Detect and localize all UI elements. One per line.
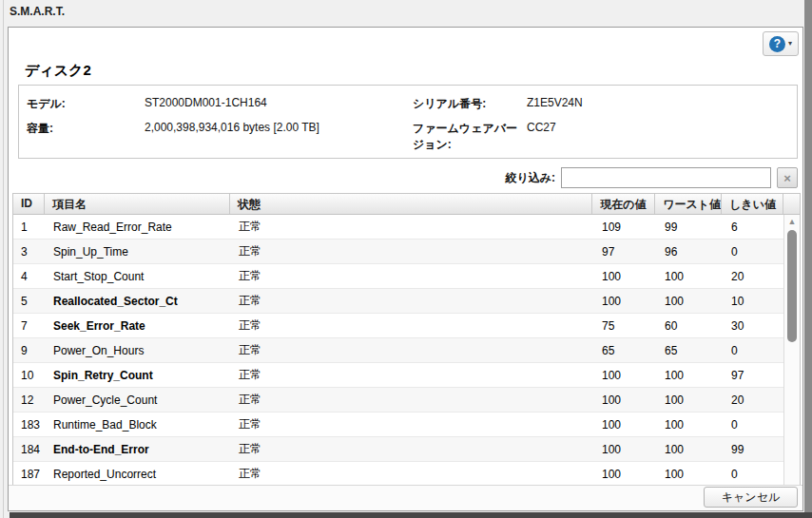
- cell-worst: 100: [656, 295, 723, 308]
- cell-status: 正常: [230, 342, 593, 358]
- column-header-id[interactable]: ID: [13, 194, 45, 214]
- table-row[interactable]: 187Reported_Uncorrect正常1001000: [13, 462, 800, 487]
- table-row[interactable]: 9Power_On_Hours正常65650: [13, 338, 800, 363]
- cell-name: Power_On_Hours: [45, 344, 230, 357]
- cell-worst: 60: [656, 319, 723, 333]
- cell-threshold: 0: [723, 468, 784, 481]
- cell-id: 12: [13, 393, 45, 407]
- table-row[interactable]: 3Spin_Up_Time正常97960: [13, 240, 800, 264]
- filter-label: 絞り込み:: [505, 170, 555, 186]
- column-header-current[interactable]: 現在の値: [592, 194, 655, 214]
- filter-input[interactable]: [561, 167, 771, 188]
- cell-threshold: 30: [723, 319, 784, 333]
- cell-id: 183: [13, 418, 45, 432]
- cell-worst: 100: [656, 418, 723, 432]
- cell-current: 109: [593, 221, 656, 234]
- cell-status: 正常: [230, 392, 593, 408]
- cell-id: 9: [13, 344, 45, 357]
- window-left-edge: [3, 0, 4, 518]
- close-icon: ×: [783, 171, 791, 185]
- cell-id: 7: [13, 319, 45, 333]
- cell-name: Power_Cycle_Count: [45, 393, 230, 407]
- help-icon: ?: [769, 36, 785, 52]
- capacity-value: 2,000,398,934,016 bytes [2.00 TB]: [145, 119, 413, 134]
- cell-worst: 65: [656, 344, 723, 357]
- firmware-label: ファームウェアバージョン:: [413, 119, 527, 153]
- smart-attributes-table: ID 項目名 状態 現在の値 ワースト値 しきい値 1Raw_Read_Erro…: [12, 193, 801, 488]
- cell-threshold: 0: [723, 418, 784, 432]
- table-row[interactable]: 4Start_Stop_Count正常10010020: [13, 264, 800, 289]
- cell-current: 100: [593, 295, 656, 308]
- cell-current: 100: [593, 443, 656, 456]
- scrollbar-thumb[interactable]: [787, 230, 797, 342]
- column-header-worst[interactable]: ワースト値: [655, 194, 722, 214]
- cell-current: 100: [593, 369, 656, 382]
- cell-status: 正常: [230, 367, 593, 383]
- cell-status: 正常: [230, 441, 593, 457]
- cell-current: 75: [593, 319, 656, 333]
- cell-id: 187: [13, 468, 45, 481]
- model-label: モデル:: [27, 94, 145, 112]
- cancel-button[interactable]: キャンセル: [704, 487, 798, 508]
- cancel-button-label: キャンセル: [722, 489, 780, 506]
- table-header: ID 項目名 状態 現在の値 ワースト値 しきい値: [13, 194, 800, 215]
- cell-status: 正常: [230, 219, 593, 235]
- dialog-footer: キャンセル: [9, 485, 802, 510]
- cell-worst: 100: [656, 468, 723, 481]
- model-value: ST2000DM001-1CH164: [145, 94, 413, 109]
- cell-current: 100: [593, 393, 656, 407]
- cell-name: Reallocated_Sector_Ct: [45, 295, 230, 308]
- cell-id: 1: [13, 221, 45, 234]
- column-header-status[interactable]: 状態: [230, 194, 593, 214]
- cell-threshold: 20: [723, 393, 784, 407]
- cell-status: 正常: [230, 317, 593, 334]
- cell-name: Seek_Error_Rate: [45, 319, 230, 333]
- cell-worst: 99: [656, 221, 723, 234]
- table-row[interactable]: 7Seek_Error_Rate正常756030: [13, 314, 800, 338]
- clear-filter-button[interactable]: ×: [777, 167, 798, 188]
- cell-worst: 96: [656, 245, 723, 259]
- cell-threshold: 6: [723, 221, 784, 234]
- cell-status: 正常: [230, 293, 593, 309]
- window-bottom-shadow: [10, 512, 812, 518]
- column-header-spacer: [783, 194, 800, 214]
- window-title: S.M.A.R.T.: [10, 5, 65, 18]
- cell-worst: 100: [656, 270, 723, 283]
- cell-status: 正常: [230, 416, 593, 432]
- cell-threshold: 0: [723, 344, 784, 357]
- cell-worst: 100: [656, 393, 723, 407]
- cell-current: 100: [593, 468, 656, 481]
- cell-threshold: 10: [723, 295, 784, 308]
- scroll-up-icon[interactable]: ▲: [784, 217, 800, 226]
- table-row[interactable]: 5Reallocated_Sector_Ct正常10010010: [13, 289, 800, 314]
- table-row[interactable]: 1Raw_Read_Error_Rate正常109996: [13, 215, 800, 240]
- column-header-attribute[interactable]: 項目名: [45, 194, 230, 214]
- column-header-threshold[interactable]: しきい値: [722, 194, 783, 214]
- vertical-scrollbar[interactable]: ▲: [783, 215, 800, 487]
- table-row[interactable]: 12Power_Cycle_Count正常10010020: [13, 388, 800, 412]
- cell-name: End-to-End_Error: [45, 443, 230, 456]
- table-row[interactable]: 10Spin_Retry_Count正常10010097: [13, 363, 800, 388]
- cell-id: 5: [13, 295, 45, 308]
- cell-status: 正常: [230, 268, 593, 284]
- cell-current: 97: [593, 245, 656, 259]
- cell-threshold: 97: [723, 369, 784, 382]
- cell-name: Raw_Read_Error_Rate: [45, 221, 230, 234]
- cell-worst: 100: [656, 369, 723, 382]
- cell-id: 4: [13, 270, 45, 283]
- disk-info-box: モデル: ST2000DM001-1CH164 シリアル番号: Z1E5V24N…: [18, 85, 798, 159]
- cell-current: 65: [593, 344, 656, 357]
- help-button[interactable]: ? ▾: [763, 31, 799, 56]
- cell-threshold: 99: [723, 443, 784, 456]
- chevron-down-icon: ▾: [788, 40, 792, 48]
- table-row[interactable]: 184End-to-End_Error正常10010099: [13, 437, 800, 462]
- window-right-edge: [804, 0, 812, 518]
- cell-current: 100: [593, 418, 656, 432]
- firmware-value: CC27: [527, 119, 797, 134]
- table-body: 1Raw_Read_Error_Rate正常1099963Spin_Up_Tim…: [13, 215, 800, 487]
- cell-id: 10: [13, 369, 45, 382]
- cell-threshold: 20: [723, 270, 784, 283]
- filter-bar: 絞り込み: ×: [505, 167, 798, 188]
- serial-label: シリアル番号:: [413, 94, 527, 112]
- table-row[interactable]: 183Runtime_Bad_Block正常1001000: [13, 412, 800, 437]
